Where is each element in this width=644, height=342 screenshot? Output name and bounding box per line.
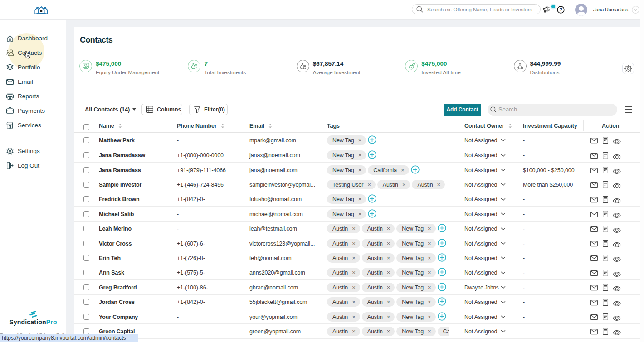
svg-text:?: ? bbox=[559, 7, 562, 12]
